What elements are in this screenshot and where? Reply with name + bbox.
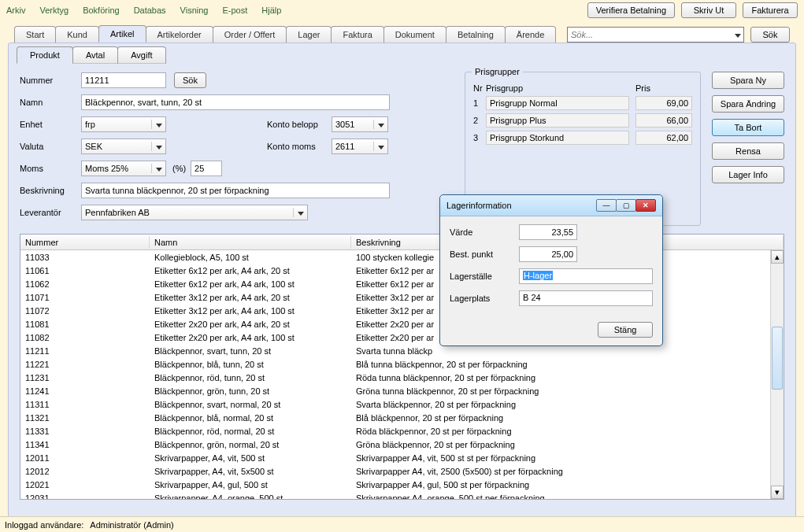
tab-order-offert[interactable]: Order / Offert	[213, 26, 287, 42]
table-row[interactable]: 11341Bläckpennor, grön, normal, 20 stGrö…	[20, 438, 784, 451]
global-search-input[interactable]	[567, 27, 744, 42]
verifiera-betalning-button[interactable]: Verifiera Betalning	[587, 2, 675, 18]
scroll-down-button[interactable]: ▾	[771, 486, 784, 499]
form-left: Nummer Sök Namn Enhet frp Konto belopp 3…	[20, 72, 454, 226]
enhet-combo[interactable]: frp	[81, 116, 166, 132]
menu-verktyg[interactable]: Verktyg	[39, 6, 69, 15]
cell-namn: Skrivarpapper, A4, orange, 500 st	[150, 493, 351, 501]
tab-kund[interactable]: Kund	[55, 26, 99, 42]
moms-pct-input[interactable]	[191, 161, 222, 176]
cell-namn: Kollegieblock, A5, 100 st	[150, 253, 351, 262]
table-row[interactable]: 12012Skrivarpapper, A4, vit, 5x500 stSkr…	[20, 464, 784, 478]
subtab-avgift[interactable]: Avgift	[117, 46, 165, 64]
leverantor-combo[interactable]: Pennfabriken AB	[81, 205, 308, 220]
namn-label: Namn	[20, 98, 81, 107]
scroll-up-button[interactable]: ▴	[771, 250, 784, 264]
menu-visning[interactable]: Visning	[180, 6, 209, 15]
table-row[interactable]: 11062Etiketter 6x12 per ark, A4 ark, 100…	[20, 277, 784, 290]
menu-arkiv[interactable]: Arkiv	[6, 6, 25, 15]
spara-andring-button[interactable]: Spara Ändring	[712, 95, 784, 113]
menu-epost[interactable]: E-post	[223, 6, 248, 15]
chevron-down-icon	[151, 164, 162, 173]
dialog-titlebar[interactable]: Lagerinformation — ▢ ✕	[440, 195, 662, 216]
konto-belopp-value: 3051	[335, 120, 354, 129]
prisgrupp-price-field[interactable]	[635, 96, 692, 110]
chevron-down-icon	[293, 208, 304, 217]
lagerstalle-field[interactable]: H-lager	[519, 268, 653, 284]
skriv-ut-button[interactable]: Skriv Ut	[681, 2, 736, 18]
nummer-input[interactable]	[81, 72, 166, 88]
ta-bort-button[interactable]: Ta Bort	[712, 119, 784, 136]
konto-moms-combo[interactable]: 2611	[332, 139, 388, 154]
table-row[interactable]: 11221Bläckpennor, blå, tunn, 20 stBlå tu…	[20, 357, 784, 371]
table-row[interactable]: 11081Etiketter 2x20 per ark, A4 ark, 20 …	[20, 317, 784, 331]
tab-start[interactable]: Start	[14, 26, 56, 42]
konto-belopp-label: Konto belopp	[267, 120, 332, 129]
best-punkt-field[interactable]	[519, 246, 577, 262]
subtab-avtal[interactable]: Avtal	[72, 46, 118, 64]
table-row[interactable]: 11071Etiketter 3x12 per ark, A4 ark, 20 …	[20, 290, 784, 304]
table-row[interactable]: 11231Bläckpennor, röd, tunn, 20 stRöda t…	[20, 371, 784, 384]
cell-nummer: 11071	[20, 293, 150, 302]
nummer-search-button[interactable]: Sök	[174, 72, 206, 88]
varde-field[interactable]	[519, 224, 577, 240]
namn-input[interactable]	[81, 94, 390, 110]
table-row[interactable]: 11321Bläckpennor, blå, normal, 20 stBlå …	[20, 411, 784, 424]
table-row[interactable]: 11331Bläckpennor, röd, normal, 20 stRöda…	[20, 424, 784, 438]
konto-belopp-combo[interactable]: 3051	[332, 116, 388, 132]
menu-databas[interactable]: Databas	[134, 6, 166, 15]
grid-col-nummer[interactable]: Nummer	[20, 236, 150, 249]
valuta-combo[interactable]: SEK	[81, 139, 166, 154]
grid-col-namn[interactable]: Namn	[150, 236, 351, 249]
maximize-icon[interactable]: ▢	[616, 199, 636, 212]
cell-nummer: 12011	[20, 453, 150, 463]
lagerplats-field[interactable]: B 24	[519, 290, 653, 306]
table-row[interactable]: 11211Bläckpennor, svart, tunn, 20 stSvar…	[20, 344, 784, 357]
menu-bokforing[interactable]: Bokföring	[83, 6, 119, 15]
tab-dokument[interactable]: Dokument	[383, 26, 446, 42]
lager-info-button[interactable]: Lager Info	[712, 166, 784, 183]
prisgrupp-name-field[interactable]	[486, 131, 629, 145]
prisgrupp-name-field[interactable]	[486, 113, 629, 127]
subtab-produkt[interactable]: Produkt	[17, 46, 73, 64]
table-row[interactable]: 11082Etiketter 2x20 per ark, A4 ark, 100…	[20, 331, 784, 344]
lagerinformation-dialog: Lagerinformation — ▢ ✕ Värde Best. punkt…	[439, 194, 663, 346]
stang-button[interactable]: Stäng	[598, 322, 653, 338]
tab-arende[interactable]: Ärende	[505, 26, 556, 42]
rensa-button[interactable]: Rensa	[712, 142, 784, 160]
grid-scrollbar[interactable]: ▴ ▾	[770, 250, 784, 499]
table-row[interactable]: 11033Kollegieblock, A5, 100 st100 stycke…	[20, 250, 784, 264]
cell-namn: Etiketter 6x12 per ark, A4 ark, 100 st	[150, 279, 351, 289]
tab-artikelorder[interactable]: Artikelorder	[146, 26, 213, 42]
tab-artikel[interactable]: Artikel	[98, 25, 146, 42]
prisgrupp-price-field[interactable]	[635, 131, 692, 145]
fakturera-button[interactable]: Fakturera	[743, 2, 798, 18]
moms-combo[interactable]: Moms 25%	[81, 161, 166, 176]
table-row[interactable]: 11241Bläckpennor, grön, tunn, 20 stGröna…	[20, 384, 784, 397]
chevron-down-icon[interactable]	[732, 30, 741, 39]
prisgrupp-col-nr: Nr	[473, 83, 486, 93]
close-icon[interactable]: ✕	[635, 199, 656, 212]
tab-lager[interactable]: Lager	[286, 26, 332, 42]
table-row[interactable]: 12011Skrivarpapper, A4, vit, 500 stSkriv…	[20, 451, 784, 464]
beskrivning-input[interactable]	[81, 183, 390, 198]
scroll-track[interactable]	[771, 264, 784, 486]
moms-value: Moms 25%	[85, 164, 128, 173]
table-row[interactable]: 12021Skrivarpapper, A4, gul, 500 stSkriv…	[20, 478, 784, 491]
table-row[interactable]: 11311Bläckpennor, svart, normal, 20 stSv…	[20, 397, 784, 411]
prisgrupp-name-field[interactable]	[486, 96, 629, 110]
menu-hjalp[interactable]: Hjälp	[261, 6, 281, 15]
best-punkt-label: Best. punkt	[450, 249, 519, 259]
table-row[interactable]: 12031Skrivarpapper, A4, orange, 500 stSk…	[20, 491, 784, 500]
spara-ny-button[interactable]: Spara Ny	[712, 72, 784, 89]
tab-faktura[interactable]: Faktura	[331, 26, 383, 42]
global-search-button[interactable]: Sök	[750, 27, 790, 42]
grid-body[interactable]: 11033Kollegieblock, A5, 100 st100 stycke…	[20, 250, 784, 500]
tab-betalning[interactable]: Betalning	[446, 26, 506, 42]
cell-namn: Bläckpennor, svart, normal, 20 st	[150, 400, 351, 409]
scroll-thumb[interactable]	[772, 327, 783, 390]
table-row[interactable]: 11072Etiketter 3x12 per ark, A4 ark, 100…	[20, 304, 784, 317]
prisgrupp-price-field[interactable]	[635, 113, 692, 127]
minimize-icon[interactable]: —	[596, 199, 617, 212]
table-row[interactable]: 11061Etiketter 6x12 per ark, A4 ark, 20 …	[20, 264, 784, 277]
